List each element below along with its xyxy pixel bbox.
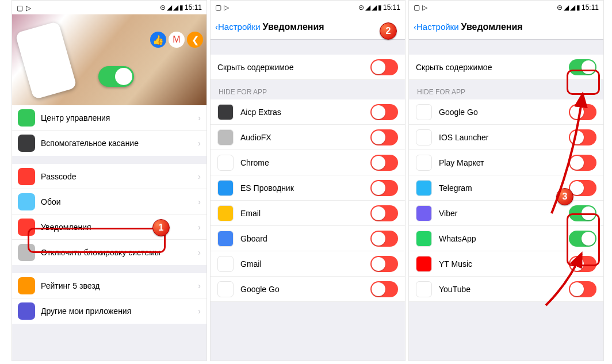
nav-indicator-icon: ⊝ xyxy=(160,3,166,12)
app-toggle[interactable] xyxy=(569,104,596,120)
chevron-right-icon: › xyxy=(198,139,201,148)
settings-row[interactable]: Рейтинг 5 звезд› xyxy=(12,273,206,298)
app-toggle[interactable] xyxy=(370,104,398,120)
settings-row[interactable]: Отключить блокировку системы› xyxy=(12,240,206,265)
settings-row[interactable]: Уведомления› xyxy=(12,214,206,240)
row-label: Отключить блокировку системы xyxy=(41,248,198,257)
share-icon[interactable]: ❮ xyxy=(187,32,203,48)
nav-header: ‹ Настройки Уведомления xyxy=(211,14,405,40)
like-icon[interactable]: 👍 xyxy=(150,32,166,48)
app-toggle[interactable] xyxy=(370,129,398,145)
screenshot-1: ▢ ▷ ⊝ ◢ ◢ ▮ 15:11 👍 M ❮ Центр управления… xyxy=(12,0,207,361)
app-label: Viber xyxy=(439,209,569,218)
status-bar: ▢▷ ⊝◢◢▮15:11 xyxy=(409,1,603,14)
app-toggle[interactable] xyxy=(370,155,398,171)
hide-content-row: Скрыть содержимое xyxy=(211,55,405,80)
hide-content-row: Скрыть содержимое xyxy=(409,55,603,80)
app-toggle[interactable] xyxy=(569,155,596,171)
hide-content-toggle[interactable] xyxy=(569,59,596,75)
app-label: Google Go xyxy=(240,285,370,294)
signal-icon: ◢ xyxy=(167,3,172,12)
app-row: Gmail xyxy=(211,251,405,277)
app-icon xyxy=(217,180,234,196)
app-row: Play Маркет xyxy=(409,150,603,175)
back-label: Настройки xyxy=(416,22,459,32)
app-toggle[interactable] xyxy=(569,205,596,221)
app-row: ES Проводник xyxy=(211,175,405,201)
settings-row[interactable]: Обои› xyxy=(12,189,206,214)
settings-row[interactable]: Вспомогательное касание› xyxy=(12,131,206,156)
app-icon xyxy=(217,231,234,247)
app-row: YouTube xyxy=(409,277,603,302)
screenshot-3: ▢▷ ⊝◢◢▮15:11 ‹ Настройки Уведомления Скр… xyxy=(408,0,604,361)
app-toggle[interactable] xyxy=(569,281,596,297)
row-icon xyxy=(18,302,35,320)
app-icon xyxy=(416,231,432,247)
app-toggle[interactable] xyxy=(569,129,596,145)
settings-row[interactable]: Passcode› xyxy=(12,164,206,189)
settings-row[interactable]: Другие мои приложения› xyxy=(12,298,206,324)
app-label: Gboard xyxy=(240,234,370,243)
back-button[interactable]: ‹ Настройки xyxy=(215,22,261,32)
row-icon xyxy=(18,168,35,185)
app-label: ES Проводник xyxy=(240,183,370,193)
back-button[interactable]: ‹ Настройки xyxy=(414,22,459,32)
nav-title: Уведомления xyxy=(461,22,523,32)
settings-row[interactable]: Центр управления› xyxy=(12,105,206,131)
app-icon xyxy=(217,256,234,272)
row-icon xyxy=(18,244,35,261)
app-row: Google Go xyxy=(211,277,405,302)
row-icon xyxy=(18,219,35,236)
app-row: AudioFX xyxy=(211,125,405,150)
app-label: IOS Launcher xyxy=(439,133,569,142)
section-hide-for-app: HIDE FOR APP xyxy=(211,80,405,99)
annotation-badge-2: 2 xyxy=(380,22,397,40)
app-icon xyxy=(217,104,234,120)
chevron-right-icon: › xyxy=(198,281,201,290)
screenshot-2: ▢▷ ⊝◢◢▮15:11 ‹ Настройки Уведомления Скр… xyxy=(210,0,406,361)
chevron-right-icon: › xyxy=(198,113,201,122)
launcher-icon: ▷ xyxy=(26,4,33,11)
app-row: Telegram xyxy=(409,175,603,201)
app-list: Google GoIOS LauncherPlay МаркетTelegram… xyxy=(409,99,603,302)
app-icon xyxy=(217,155,234,171)
app-toggle[interactable] xyxy=(370,281,398,297)
hide-content-label: Скрыть содержимое xyxy=(416,63,569,72)
app-icon xyxy=(416,256,432,272)
row-icon xyxy=(18,193,35,210)
hero-toggle[interactable] xyxy=(98,66,134,87)
gmail-icon[interactable]: M xyxy=(169,32,185,48)
annotation-badge-1: 1 xyxy=(152,219,170,236)
chevron-right-icon: › xyxy=(198,248,201,257)
app-icon xyxy=(416,129,432,145)
header-photo: 👍 M ❮ xyxy=(12,14,206,105)
app-row: Google Go xyxy=(409,99,603,125)
app-toggle[interactable] xyxy=(370,256,398,272)
app-icon xyxy=(416,104,432,120)
app-icon xyxy=(217,205,234,221)
nav-title: Уведомления xyxy=(263,22,324,32)
status-bar: ▢▷ ⊝◢◢▮15:11 xyxy=(211,1,405,14)
app-label: WhatsApp xyxy=(439,234,569,243)
app-icon xyxy=(416,180,432,196)
app-label: YT Music xyxy=(439,259,569,269)
chevron-right-icon: › xyxy=(198,306,201,316)
battery-icon: ▮ xyxy=(179,3,183,12)
hide-content-toggle[interactable] xyxy=(370,59,398,75)
app-toggle[interactable] xyxy=(569,231,596,247)
row-icon xyxy=(18,109,35,127)
app-toggle[interactable] xyxy=(370,205,398,221)
app-toggle[interactable] xyxy=(569,256,596,272)
clock-text: 15:11 xyxy=(185,3,202,12)
clock-text: 15:11 xyxy=(383,3,400,12)
wifi-icon: ◢ xyxy=(173,3,178,12)
settings-group-3: Рейтинг 5 звезд›Другие мои приложения› xyxy=(12,273,206,324)
settings-group-2: Passcode›Обои›Уведомления›Отключить блок… xyxy=(12,164,206,265)
chevron-right-icon: › xyxy=(198,172,201,181)
photo-icon: ▢ xyxy=(17,4,24,11)
app-toggle[interactable] xyxy=(370,231,398,247)
app-icon xyxy=(416,205,432,221)
app-label: YouTube xyxy=(439,285,569,294)
row-label: Вспомогательное касание xyxy=(41,139,198,148)
app-toggle[interactable] xyxy=(370,180,398,196)
